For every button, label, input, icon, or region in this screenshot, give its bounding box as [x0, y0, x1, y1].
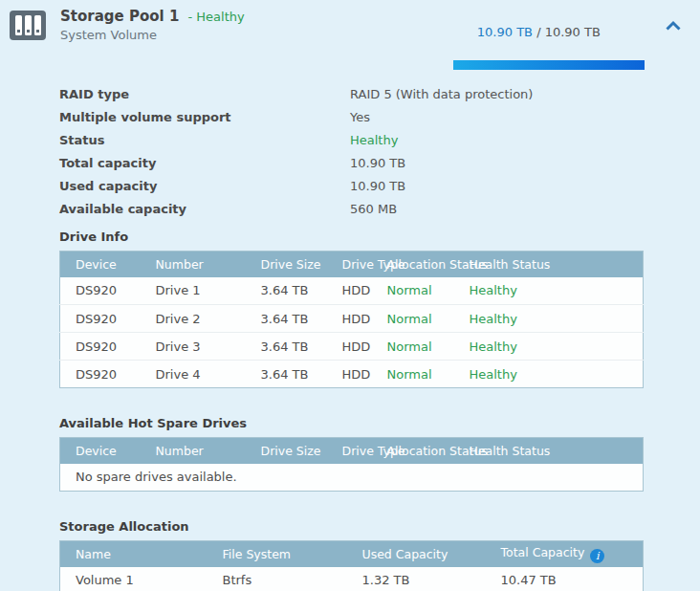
cell-health: Healthy: [470, 361, 644, 388]
drive-bay-icon: [15, 15, 22, 35]
detail-label: Total capacity: [59, 156, 350, 170]
cell-health: Healthy: [470, 277, 644, 305]
capacity-separator: /: [533, 25, 545, 39]
cell-volume-name: Volume 1: [60, 567, 223, 591]
col-number: Number: [156, 438, 261, 464]
detail-value: Yes: [350, 110, 370, 124]
cell-type: HDD: [342, 333, 387, 361]
col-name: Name: [60, 541, 223, 567]
detail-label: Available capacity: [59, 202, 350, 216]
col-health-status: Health Status: [470, 252, 644, 277]
drive-info-heading: Drive Info: [59, 230, 700, 244]
pool-subtitle: System Volume: [60, 28, 453, 42]
detail-row-available-capacity: Available capacity 560 MB: [59, 197, 700, 220]
cell-allocation: Normal: [387, 361, 470, 388]
cell-type: HDD: [342, 305, 387, 333]
col-device: Device: [60, 438, 156, 464]
detail-row-raid-type: RAID type RAID 5 (With data protection): [59, 82, 700, 105]
col-allocation-status: Allocation Status: [387, 252, 470, 277]
detail-label: Multiple volume support: [59, 110, 350, 124]
collapse-chevron-up-icon[interactable]: [666, 19, 681, 33]
col-health-status: Health Status: [470, 438, 644, 464]
detail-row-status: Status Healthy: [59, 128, 700, 151]
storage-pool-icon: [10, 11, 46, 40]
hot-spare-table: Device Number Drive Size Drive Type Allo…: [59, 437, 644, 492]
cell-device: DS920: [60, 305, 156, 333]
hot-spare-empty-row: No spare drives available.: [60, 464, 644, 492]
capacity-progress-bar: [453, 60, 645, 70]
empty-message: No spare drives available.: [60, 464, 644, 492]
detail-value-status: Healthy: [350, 133, 398, 147]
col-drive-type: Drive Type: [342, 438, 387, 464]
detail-value: 10.90 TB: [350, 179, 405, 193]
info-icon[interactable]: i: [590, 549, 604, 563]
drive-row-3[interactable]: DS920 Drive 3 3.64 TB HDD Normal Healthy: [60, 333, 644, 361]
col-used-capacity: Used Capacity: [362, 541, 501, 567]
col-allocation-status: Allocation Status: [387, 438, 470, 464]
hot-spare-header-row: Device Number Drive Size Drive Type Allo…: [60, 438, 644, 464]
drive-info-table: Device Number Drive Size Drive Type Allo…: [59, 251, 644, 388]
cell-number: Drive 3: [156, 333, 261, 361]
storage-pool-header: Storage Pool 1 - Healthy System Volume 1…: [0, 0, 700, 70]
capacity-total-text: 10.90 TB: [545, 25, 601, 39]
capacity-used-text: 10.90 TB: [477, 25, 533, 39]
allocation-header-row: Name File System Used Capacity Total Cap…: [60, 541, 644, 567]
drive-bay-icon: [34, 15, 41, 35]
cell-number: Drive 4: [156, 361, 261, 388]
detail-value: 10.90 TB: [350, 156, 405, 170]
detail-value: 560 MB: [350, 202, 397, 216]
hot-spare-heading: Available Hot Spare Drives: [59, 416, 700, 430]
detail-label: Used capacity: [59, 179, 350, 193]
cell-used-capacity: 1.32 TB: [362, 567, 501, 591]
storage-allocation-table: Name File System Used Capacity Total Cap…: [59, 540, 644, 591]
drive-row-4[interactable]: DS920 Drive 4 3.64 TB HDD Normal Healthy: [60, 361, 644, 388]
drive-row-1[interactable]: DS920 Drive 1 3.64 TB HDD Normal Healthy: [60, 277, 644, 305]
detail-row-multiple-volume: Multiple volume support Yes: [59, 105, 700, 128]
col-total-capacity: Total Capacityi: [501, 541, 644, 567]
cell-size: 3.64 TB: [261, 277, 342, 305]
capacity-summary: 10.90 TB / 10.90 TB: [453, 10, 645, 70]
cell-device: DS920: [60, 277, 156, 305]
col-number: Number: [156, 252, 261, 277]
cell-size: 3.64 TB: [261, 333, 342, 361]
drive-info-header-row: Device Number Drive Size Drive Type Allo…: [60, 252, 644, 277]
cell-allocation: Normal: [387, 333, 470, 361]
cell-type: HDD: [342, 277, 387, 305]
cell-device: DS920: [60, 361, 156, 388]
cell-allocation: Normal: [387, 305, 470, 333]
col-drive-size: Drive Size: [261, 252, 342, 277]
cell-type: HDD: [342, 361, 387, 388]
col-total-capacity-label: Total Capacity: [501, 545, 585, 559]
col-file-system: File System: [223, 541, 362, 567]
cell-total-capacity: 10.47 TB: [501, 567, 644, 591]
col-drive-type: Drive Type: [342, 252, 387, 277]
cell-health: Healthy: [470, 305, 644, 333]
drive-bay-icon: [25, 15, 32, 35]
detail-value: RAID 5 (With data protection): [350, 87, 533, 101]
detail-row-used-capacity: Used capacity 10.90 TB: [59, 174, 700, 197]
cell-size: 3.64 TB: [261, 361, 342, 388]
cell-number: Drive 2: [156, 305, 261, 333]
col-device: Device: [60, 252, 156, 277]
pool-status-badge: - Healthy: [187, 10, 244, 24]
pool-title: Storage Pool 1: [60, 8, 179, 25]
cell-allocation: Normal: [387, 277, 470, 305]
volume-row-1[interactable]: Volume 1 Btrfs 1.32 TB 10.47 TB: [60, 567, 644, 591]
pool-details: RAID type RAID 5 (With data protection) …: [59, 82, 700, 220]
cell-file-system: Btrfs: [223, 567, 362, 591]
detail-row-total-capacity: Total capacity 10.90 TB: [59, 151, 700, 174]
detail-label: RAID type: [59, 87, 350, 101]
cell-health: Healthy: [470, 333, 644, 361]
detail-label: Status: [59, 133, 350, 147]
col-drive-size: Drive Size: [261, 438, 342, 464]
drive-row-2[interactable]: DS920 Drive 2 3.64 TB HDD Normal Healthy: [60, 305, 644, 333]
storage-allocation-heading: Storage Allocation: [59, 519, 700, 534]
cell-device: DS920: [60, 333, 156, 361]
cell-number: Drive 1: [156, 277, 261, 305]
capacity-progress-fill: [453, 60, 645, 70]
cell-size: 3.64 TB: [261, 305, 342, 333]
